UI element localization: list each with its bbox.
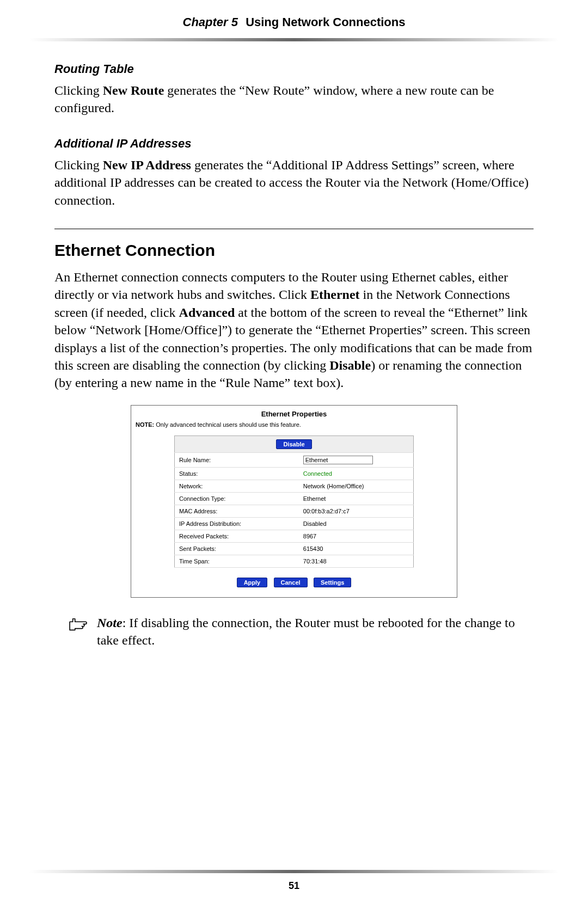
note-label: Note (97, 616, 122, 630)
routing-paragraph: Clicking New Route generates the “New Ro… (54, 82, 534, 117)
chapter-title: Using Network Connections (246, 15, 405, 29)
prop-label: Network: (175, 480, 299, 492)
disable-button[interactable]: Disable (276, 439, 311, 449)
prop-label: MAC Address: (175, 505, 299, 517)
prop-value: 70:31:48 (299, 555, 414, 567)
ethernet-properties-panel: Ethernet Properties NOTE: Only advanced … (131, 405, 457, 598)
properties-table: Disable Rule Name: Status: Connected Net… (174, 435, 414, 568)
smallcaps: IP (331, 158, 342, 172)
footer-rule (0, 870, 588, 873)
additional-ip-paragraph: Clicking New IP Address generates the “A… (54, 156, 534, 209)
prop-label: Connection Type: (175, 492, 299, 505)
prop-value: 615430 (299, 542, 414, 555)
text: Clicking (54, 83, 103, 97)
panel-note: NOTE: Only advanced technical users shou… (136, 421, 452, 428)
prop-value: 8967 (299, 530, 414, 542)
settings-button[interactable]: Settings (314, 578, 351, 587)
heading-ethernet-connection: Ethernet Connection (54, 241, 534, 260)
header-rule (0, 38, 588, 41)
section-rule (54, 229, 534, 229)
table-row: Status: Connected (175, 467, 414, 480)
prop-label: Time Span: (175, 555, 299, 567)
bold: Advanced (179, 305, 235, 320)
prop-label: Status: (175, 467, 299, 480)
table-row: IP Address Distribution: Disabled (175, 517, 414, 530)
chapter-number: Chapter 5 (183, 15, 238, 29)
prop-label: Received Packets: (175, 530, 299, 542)
text: generates the “Additional (191, 158, 331, 172)
prop-label: IP Address Distribution: (175, 517, 299, 530)
table-row: Received Packets: 8967 (175, 530, 414, 542)
text: Clicking (54, 158, 103, 172)
prop-value: Ethernet (299, 492, 414, 505)
page-number: 51 (0, 880, 588, 892)
bold: New Route (103, 83, 164, 97)
prop-value: 00:0f:b3:a2:d7:c7 (299, 505, 414, 517)
table-row: Sent Packets: 615430 (175, 542, 414, 555)
note-body: : If disabling the connection, the Route… (97, 616, 515, 647)
rule-name-input[interactable] (303, 456, 373, 464)
table-row: Connection Type: Ethernet (175, 492, 414, 505)
table-header-row: Disable (175, 435, 414, 452)
table-row: MAC Address: 00:0f:b3:a2:d7:c7 (175, 505, 414, 517)
prop-value: Disabled (299, 517, 414, 530)
prop-label: Sent Packets: (175, 542, 299, 555)
bold: New IP Address (103, 158, 191, 172)
panel-title: Ethernet Properties (136, 410, 452, 418)
heading-routing-table: Routing Table (54, 62, 534, 76)
prop-value-status: Connected (299, 467, 414, 480)
chapter-header: Chapter 5 Using Network Connections (0, 0, 588, 29)
table-row: Network: Network (Home/Office) (175, 480, 414, 492)
apply-button[interactable]: Apply (237, 578, 268, 587)
prop-label: Rule Name: (175, 452, 299, 467)
panel-note-label: NOTE: (136, 421, 154, 428)
pointing-hand-icon (68, 614, 91, 635)
heading-additional-ip: Additional IP Addresses (54, 137, 534, 151)
panel-note-text: Only advanced technical users should use… (154, 421, 301, 428)
ethernet-paragraph: An Ethernet connection connects computer… (54, 268, 534, 392)
table-row: Rule Name: (175, 452, 414, 467)
panel-button-row: Apply Cancel Settings (136, 578, 452, 587)
note-text: Note: If disabling the connection, the R… (97, 614, 534, 649)
bold: Ethernet (310, 287, 360, 302)
note-block: Note: If disabling the connection, the R… (54, 614, 534, 649)
cancel-button[interactable]: Cancel (274, 578, 308, 587)
table-row: Time Span: 70:31:48 (175, 555, 414, 567)
bold: Disable (329, 358, 371, 372)
prop-value: Network (Home/Office) (299, 480, 414, 492)
